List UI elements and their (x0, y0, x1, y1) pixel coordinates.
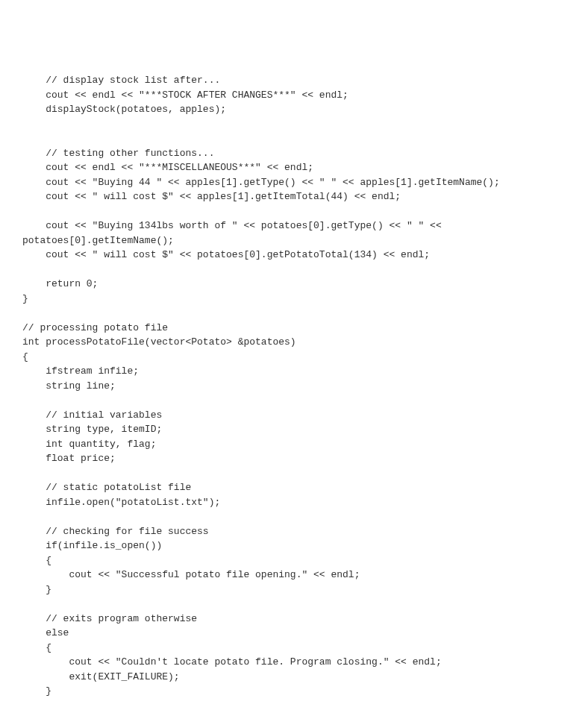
code-line: // static potatoList file (22, 480, 566, 495)
code-line: // display stock list after... (22, 73, 566, 88)
code-line (22, 509, 566, 524)
code-line: int processPotatoFile(vector<Potato> &po… (22, 335, 566, 350)
code-line: ifstream infile; (22, 364, 566, 379)
code-block: // display stock list after... cout << e… (22, 73, 566, 716)
code-line: cout << endl << "***MISCELLANEOUS***" <<… (22, 160, 566, 175)
code-line: // initial variables (22, 408, 566, 423)
code-line: int quantity, flag; (22, 437, 566, 452)
code-line: cout << " will cost $" << apples[1].getI… (22, 189, 566, 204)
code-line (22, 699, 566, 714)
code-line: cout << "Successful potato file opening.… (22, 568, 566, 582)
code-line: // testing other functions... (22, 146, 566, 161)
code-line: string line; (22, 379, 566, 394)
code-line: // processing potato file (22, 321, 566, 336)
code-line: return 0; (22, 277, 566, 292)
code-line: exit(EXIT_FAILURE); (22, 670, 566, 685)
code-line: } (22, 582, 566, 597)
code-line: cout << "Couldn't locate potato file. Pr… (22, 655, 566, 670)
code-line (22, 306, 566, 321)
code-line: else (22, 626, 566, 641)
code-line: cout << endl << "***STOCK AFTER CHANGES*… (22, 88, 566, 103)
code-line: displayStock(potatoes, apples); (22, 102, 566, 117)
code-line (22, 117, 566, 132)
code-line: cout << "Buying 134lbs worth of " << pot… (22, 219, 566, 233)
code-line (22, 393, 566, 408)
code-line: float price; (22, 451, 566, 466)
code-line: // exits program otherwise (22, 612, 566, 626)
code-line: if(infile.is_open()) (22, 538, 566, 553)
code-line: { (22, 350, 566, 365)
code-line: // loop to read file (22, 713, 566, 716)
code-line: string type, itemID; (22, 422, 566, 437)
code-line: // checking for file success (22, 524, 566, 539)
code-line (22, 466, 566, 481)
code-line: { (22, 641, 566, 656)
code-line: cout << "Buying 44 " << apples[1].getTyp… (22, 175, 566, 190)
code-line: infile.open("potatoList.txt"); (22, 495, 566, 510)
code-line (22, 263, 566, 277)
code-line (22, 204, 566, 219)
code-line: cout << " will cost $" << potatoes[0].ge… (22, 248, 566, 263)
code-line (22, 131, 566, 146)
code-line (22, 597, 566, 612)
code-line: potatoes[0].getItemName(); (22, 233, 566, 248)
code-line: } (22, 684, 566, 699)
code-line: { (22, 553, 566, 568)
code-line: } (22, 292, 566, 307)
